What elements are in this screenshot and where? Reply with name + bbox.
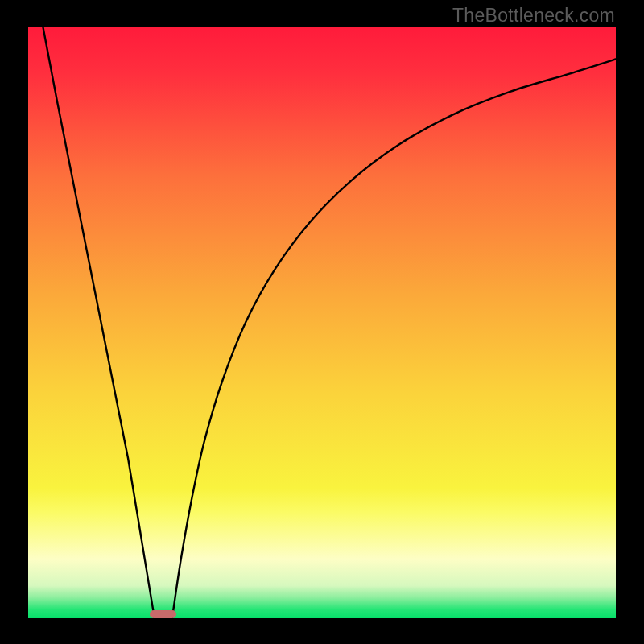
bottleneck-curve <box>28 27 616 618</box>
optimal-marker <box>150 610 176 618</box>
series-right-branch <box>172 59 616 618</box>
watermark-text: TheBottleneck.com <box>452 5 615 27</box>
series-left-branch <box>43 27 155 618</box>
chart-frame: TheBottleneck.com <box>0 0 644 644</box>
plot-area <box>28 27 616 618</box>
